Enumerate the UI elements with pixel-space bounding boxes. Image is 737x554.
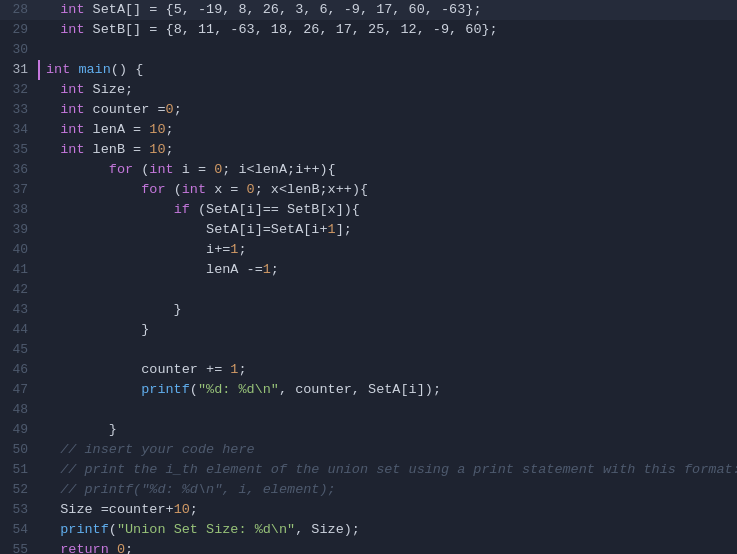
line-number: 43 [0, 300, 38, 320]
line-number: 32 [0, 80, 38, 100]
code-line: 33 int counter =0; [0, 100, 737, 120]
code-line: 31int main() { [0, 60, 737, 80]
line-number: 30 [0, 40, 38, 60]
line-content: // printf("%d: %d\n", i, element); [38, 480, 737, 500]
line-number: 28 [0, 0, 38, 20]
line-number: 45 [0, 340, 38, 360]
line-content: int main() { [38, 60, 737, 80]
line-number: 53 [0, 500, 38, 520]
code-line: 40 i+=1; [0, 240, 737, 260]
line-content: counter += 1; [38, 360, 737, 380]
code-line: 36 for (int i = 0; i<lenA;i++){ [0, 160, 737, 180]
line-number: 42 [0, 280, 38, 300]
line-number: 34 [0, 120, 38, 140]
code-line: 52 // printf("%d: %d\n", i, element); [0, 480, 737, 500]
line-content: if (SetA[i]== SetB[x]){ [38, 200, 737, 220]
line-number: 29 [0, 20, 38, 40]
line-number: 50 [0, 440, 38, 460]
line-content: } [38, 420, 737, 440]
line-number: 51 [0, 460, 38, 480]
line-number: 40 [0, 240, 38, 260]
code-line: 49 } [0, 420, 737, 440]
code-line: 53 Size =counter+10; [0, 500, 737, 520]
code-line: 29 int SetB[] = {8, 11, -63, 18, 26, 17,… [0, 20, 737, 40]
code-line: 41 lenA -=1; [0, 260, 737, 280]
line-content: int Size; [38, 80, 737, 100]
line-content [38, 340, 737, 360]
line-content [38, 280, 737, 300]
line-number: 44 [0, 320, 38, 340]
line-content: // insert your code here [38, 440, 737, 460]
code-line: 51 // print the i_th element of the unio… [0, 460, 737, 480]
line-number: 52 [0, 480, 38, 500]
line-number: 49 [0, 420, 38, 440]
code-line: 32 int Size; [0, 80, 737, 100]
code-line: 34 int lenA = 10; [0, 120, 737, 140]
line-content: } [38, 300, 737, 320]
line-number: 39 [0, 220, 38, 240]
code-line: 46 counter += 1; [0, 360, 737, 380]
line-content: // print the i_th element of the union s… [38, 460, 737, 480]
line-content: int SetA[] = {5, -19, 8, 26, 3, 6, -9, 1… [38, 0, 737, 20]
line-number: 41 [0, 260, 38, 280]
line-number: 31 [0, 60, 38, 80]
line-content [38, 40, 737, 60]
code-line: 44 } [0, 320, 737, 340]
line-number: 48 [0, 400, 38, 420]
line-content: } [38, 320, 737, 340]
line-content: SetA[i]=SetA[i+1]; [38, 220, 737, 240]
code-line: 45 [0, 340, 737, 360]
code-line: 48 [0, 400, 737, 420]
code-line: 37 for (int x = 0; x<lenB;x++){ [0, 180, 737, 200]
line-content: int SetB[] = {8, 11, -63, 18, 26, 17, 25… [38, 20, 737, 40]
line-number: 54 [0, 520, 38, 540]
line-content: printf("Union Set Size: %d\n", Size); [38, 520, 737, 540]
code-editor: 28 int SetA[] = {5, -19, 8, 26, 3, 6, -9… [0, 0, 737, 554]
line-number: 36 [0, 160, 38, 180]
line-content: Size =counter+10; [38, 500, 737, 520]
code-line: 47 printf("%d: %d\n", counter, SetA[i]); [0, 380, 737, 400]
code-line: 55 return 0; [0, 540, 737, 554]
line-content: for (int i = 0; i<lenA;i++){ [38, 160, 737, 180]
line-number: 46 [0, 360, 38, 380]
line-content [38, 400, 737, 420]
line-content: for (int x = 0; x<lenB;x++){ [38, 180, 737, 200]
line-number: 38 [0, 200, 38, 220]
code-line: 39 SetA[i]=SetA[i+1]; [0, 220, 737, 240]
code-line: 50 // insert your code here [0, 440, 737, 460]
code-line: 42 [0, 280, 737, 300]
code-line: 38 if (SetA[i]== SetB[x]){ [0, 200, 737, 220]
line-number: 33 [0, 100, 38, 120]
line-number: 35 [0, 140, 38, 160]
line-content: int lenA = 10; [38, 120, 737, 140]
line-number: 47 [0, 380, 38, 400]
code-line: 35 int lenB = 10; [0, 140, 737, 160]
line-content: i+=1; [38, 240, 737, 260]
code-line: 54 printf("Union Set Size: %d\n", Size); [0, 520, 737, 540]
line-content: int counter =0; [38, 100, 737, 120]
code-line: 28 int SetA[] = {5, -19, 8, 26, 3, 6, -9… [0, 0, 737, 20]
line-content: printf("%d: %d\n", counter, SetA[i]); [38, 380, 737, 400]
code-line: 30 [0, 40, 737, 60]
line-number: 37 [0, 180, 38, 200]
line-content: lenA -=1; [38, 260, 737, 280]
line-content: int lenB = 10; [38, 140, 737, 160]
code-line: 43 } [0, 300, 737, 320]
line-content: return 0; [38, 540, 737, 554]
line-number: 55 [0, 540, 38, 554]
